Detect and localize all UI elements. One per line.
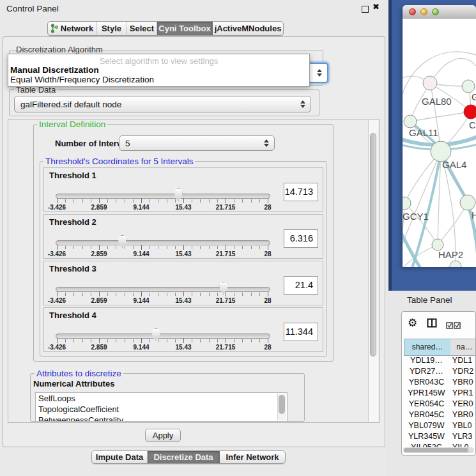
tab-discretize-data[interactable]: Discretize Data — [148, 451, 220, 463]
threshold-4-value-field[interactable]: 11.344 — [284, 323, 318, 341]
threshold-1-value-field[interactable]: 14.713 — [284, 183, 318, 201]
scale-label: 28 — [264, 250, 271, 257]
cell-shared-name[interactable]: YBL079W — [404, 421, 449, 432]
threshold-1-label: Threshold 1 — [49, 171, 96, 180]
cell-shared-name[interactable]: YBR045C — [404, 410, 449, 421]
numerical-attributes-list: SelfLoops TopologicalCoefficient Between… — [35, 392, 288, 422]
slider-ticks — [57, 246, 268, 249]
cell-shared-name[interactable]: YBR043C — [404, 378, 449, 388]
node-gal80[interactable] — [423, 76, 437, 90]
threshold-2-slider[interactable]: -3.426 2.859 9.144 15.43 21.715 28 — [57, 234, 268, 257]
tab-style[interactable]: Style — [96, 22, 127, 35]
cell-shared-name[interactable]: YPR145W — [404, 388, 449, 399]
list-scrollbar[interactable] — [277, 394, 286, 420]
tab-impute-data-label: Impute Data — [96, 452, 143, 462]
table-row[interactable]: YLR345WYLR3 — [404, 432, 476, 443]
node-partial[interactable] — [450, 261, 461, 267]
tab-cyni-toolbox[interactable]: Cyni Toolbox — [157, 22, 213, 35]
slider-track[interactable] — [56, 334, 270, 339]
node-label-gal80: GAL80 — [422, 96, 452, 107]
scale-label: 28 — [264, 204, 271, 211]
table-row[interactable]: YER054CYER0 — [404, 399, 476, 410]
scale-label: 15.43 — [175, 250, 191, 257]
apply-button[interactable]: Apply — [145, 429, 181, 442]
scale-label: 9.144 — [133, 344, 149, 351]
menu-item-manual-discretization[interactable]: Manual Discretization — [10, 65, 99, 75]
cell-name[interactable]: YDL1 — [449, 356, 476, 367]
scale-label: 9.144 — [133, 297, 149, 304]
vertical-scrollbar-thumb[interactable] — [370, 133, 376, 357]
horizontal-scrollbar[interactable] — [403, 447, 474, 453]
node-table-container: ⚙ shared… na… YDL19…YDL1 YDR27…YDR2 — [401, 311, 476, 456]
float-window-icon[interactable] — [362, 6, 369, 13]
column-header-shared-name[interactable]: shared… — [404, 339, 451, 356]
close-icon[interactable]: ✖ — [372, 2, 380, 12]
zoom-traffic-light-icon[interactable] — [432, 8, 439, 15]
slider-scale-labels: -3.426 2.859 9.144 15.43 21.715 28 — [57, 250, 268, 258]
network-canvas[interactable]: GAL80 GA C GAL11 GAL4 GCY1 H HAP2 — [403, 19, 476, 267]
node-gal11[interactable] — [404, 115, 417, 128]
cell-name[interactable]: YBR0 — [449, 410, 476, 421]
list-item-selfloops[interactable]: SelfLoops — [36, 393, 287, 404]
table-row[interactable]: YDL19…YDL1 — [404, 356, 476, 367]
tab-network-label: Network — [61, 24, 93, 33]
scale-label: 21.715 — [216, 250, 236, 257]
cell-name[interactable]: YLR3 — [449, 432, 476, 443]
column-header-name[interactable]: na… — [450, 339, 476, 356]
node-selected-red[interactable] — [464, 105, 476, 119]
network-window-titlebar[interactable] — [403, 5, 476, 19]
table-row[interactable]: YDR27…YDR2 — [404, 367, 476, 378]
select-columns-icon[interactable] — [446, 320, 461, 332]
cell-name[interactable]: YER0 — [449, 399, 476, 410]
cell-shared-name[interactable]: YER054C — [404, 399, 449, 410]
tab-jactivemnodules[interactable]: jActiveMNodules — [213, 22, 283, 35]
menu-item-equal-width-frequency[interactable]: Equal Width/Frequency Discretization — [10, 75, 154, 84]
table-data-combobox[interactable]: galFiltered.sif default node — [14, 96, 311, 112]
list-scrollbar-thumb[interactable] — [279, 395, 285, 414]
threshold-1-slider[interactable]: -3.426 2.859 9.144 15.43 21.715 28 — [57, 187, 268, 210]
cell-shared-name[interactable]: YDR27… — [404, 367, 449, 378]
vertical-scrollbar[interactable] — [368, 120, 378, 422]
list-item-topologicalcoefficient[interactable]: TopologicalCoefficient — [36, 404, 287, 415]
table-row[interactable]: YBR045CYBR0 — [404, 410, 476, 421]
list-item-betweennesscentrality[interactable]: BetweennessCentrality — [36, 415, 287, 422]
tab-infer-network-label: Infer Network — [226, 452, 279, 462]
table-row[interactable]: YBL079WYBL0 — [404, 421, 476, 432]
threshold-4-slider[interactable]: -3.426 2.859 9.144 15.43 21.715 28 — [57, 327, 268, 350]
node-h[interactable] — [460, 195, 475, 210]
tab-cyni-toolbox-label: Cyni Toolbox — [158, 24, 210, 33]
cell-name[interactable]: YBL0 — [449, 421, 476, 432]
slider-track[interactable] — [56, 287, 270, 292]
tab-infer-network[interactable]: Infer Network — [220, 451, 285, 463]
tab-network[interactable]: Network — [48, 22, 96, 35]
cell-name[interactable]: YPR1 — [449, 388, 476, 399]
threshold-3-slider[interactable]: -3.426 2.859 9.144 15.43 21.715 28 — [57, 280, 268, 303]
gear-icon[interactable]: ⚙ — [408, 318, 417, 328]
cell-name[interactable]: YDR2 — [449, 367, 476, 378]
threshold-2-value-field[interactable]: 6.316 — [284, 229, 318, 248]
slider-track[interactable] — [56, 240, 270, 245]
network-view-window[interactable]: GAL80 GA C GAL11 GAL4 GCY1 H HAP2 — [403, 5, 476, 267]
network-graph: GAL80 GA C GAL11 GAL4 GCY1 H HAP2 — [403, 19, 476, 267]
close-traffic-light-icon[interactable] — [409, 8, 416, 15]
node-ga[interactable] — [462, 80, 475, 93]
column-layout-icon[interactable] — [427, 318, 437, 330]
table-row[interactable]: YBR043CYBR0 — [404, 378, 476, 388]
threshold-3-value-field[interactable]: 21.4 — [284, 276, 318, 295]
slider-track[interactable] — [56, 194, 270, 199]
horizontal-scrollbar-thumb[interactable] — [404, 448, 468, 452]
node-gcy1[interactable] — [403, 197, 411, 210]
minimize-traffic-light-icon[interactable] — [420, 8, 427, 15]
attributes-group-label: Attributes to discretize — [35, 369, 123, 378]
tab-select[interactable]: Select — [127, 22, 157, 35]
cell-shared-name[interactable]: YLR345W — [404, 432, 449, 443]
tab-impute-data[interactable]: Impute Data — [92, 451, 148, 463]
table-row[interactable]: YPR145WYPR1 — [404, 388, 476, 399]
scale-label: 28 — [264, 344, 271, 351]
number-of-intervals-spinner[interactable]: 5 — [119, 135, 275, 151]
scale-label: -3.426 — [48, 250, 66, 257]
algorithm-placeholder: Select algorithm to view settings — [8, 56, 309, 66]
cell-name[interactable]: YBR0 — [449, 378, 476, 388]
cell-shared-name[interactable]: YDL19… — [404, 356, 449, 367]
top-tab-bar: Network Style Select Cyni Toolbox jActiv… — [47, 21, 284, 36]
